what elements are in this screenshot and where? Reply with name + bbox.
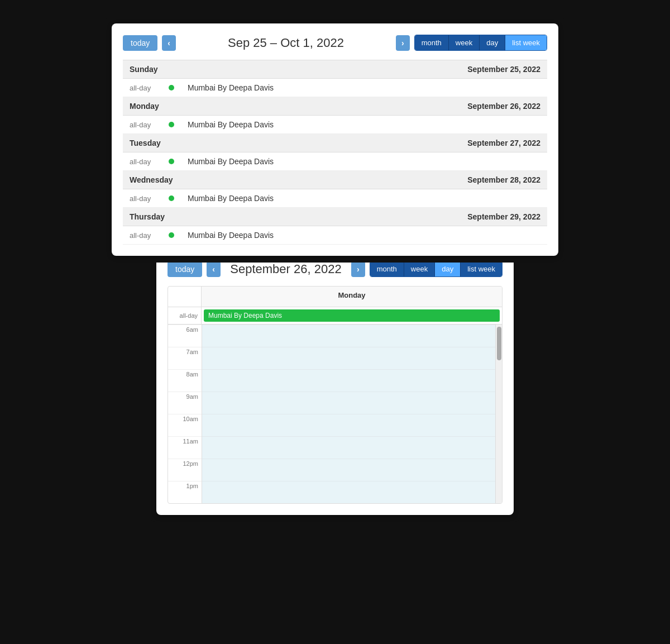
event-time: all-day (123, 116, 162, 134)
allday-label: all-day (168, 307, 202, 324)
scrollbar[interactable] (495, 325, 502, 503)
bottom-next-button[interactable]: › (351, 261, 365, 277)
top-next-button[interactable]: › (396, 35, 410, 51)
time-slot-label: 8am (168, 369, 202, 392)
event-row[interactable]: all-day Mumbai By Deepa Davis (123, 116, 547, 134)
event-color-dot (169, 195, 174, 201)
event-title[interactable]: Mumbai By Deepa Davis (181, 226, 547, 245)
event-color-dot (169, 85, 174, 90)
bottom-date-title: September 26, 2022 (225, 262, 347, 276)
event-title[interactable]: Mumbai By Deepa Davis (181, 116, 547, 134)
day-name: Tuesday (123, 134, 181, 152)
top-today-button[interactable]: today (123, 35, 157, 51)
bottom-prev-button[interactable]: ‹ (207, 261, 221, 277)
bottom-month-btn[interactable]: month (370, 261, 404, 276)
top-toolbar: today ‹ Sep 25 – Oct 1, 2022 › month wee… (123, 35, 547, 51)
top-prev-button[interactable]: ‹ (162, 35, 176, 51)
allday-event-cell[interactable]: Mumbai By Deepa Davis (202, 307, 502, 324)
time-slot-label: 1pm (168, 481, 202, 503)
time-grid: 6am7am8am9am10am11am12pm1pm (168, 325, 502, 503)
bottom-toolbar: today ‹ September 26, 2022 › month week … (168, 261, 502, 277)
time-line (202, 481, 495, 503)
event-dot-cell (162, 189, 181, 208)
event-time: all-day (123, 79, 162, 97)
time-line (202, 414, 495, 436)
day-header-row: Sunday September 25, 2022 (123, 60, 547, 79)
list-table: Sunday September 25, 2022 all-day Mumbai… (123, 60, 547, 245)
top-date-range: Sep 25 – Oct 1, 2022 (180, 36, 391, 50)
event-title[interactable]: Mumbai By Deepa Davis (181, 79, 547, 97)
time-slot-label: 7am (168, 347, 202, 369)
event-row[interactable]: all-day Mumbai By Deepa Davis (123, 189, 547, 208)
day-header-row: Wednesday September 28, 2022 (123, 171, 547, 189)
time-line (202, 347, 495, 369)
event-time: all-day (123, 189, 162, 208)
event-color-dot (169, 232, 174, 238)
time-slot-label: 11am (168, 436, 202, 459)
time-line (202, 436, 495, 459)
event-row[interactable]: all-day Mumbai By Deepa Davis (123, 152, 547, 171)
event-dot-cell (162, 226, 181, 245)
day-view-header: Monday (168, 287, 502, 307)
day-date: September 28, 2022 (181, 171, 547, 189)
time-slots-labels: 6am7am8am9am10am11am12pm1pm (168, 325, 202, 503)
bottom-view-buttons: month week day list week (370, 261, 502, 277)
time-slot-label: 12pm (168, 459, 202, 481)
allday-event-bar[interactable]: Mumbai By Deepa Davis (204, 309, 500, 322)
day-date: September 26, 2022 (181, 97, 547, 116)
day-header-row: Tuesday September 27, 2022 (123, 134, 547, 152)
time-line (202, 369, 495, 392)
event-title[interactable]: Mumbai By Deepa Davis (181, 152, 547, 171)
event-dot-cell (162, 152, 181, 171)
top-listweek-btn[interactable]: list week (505, 35, 547, 50)
day-name: Monday (123, 97, 181, 116)
top-day-btn[interactable]: day (480, 35, 505, 50)
event-time: all-day (123, 152, 162, 171)
event-row[interactable]: all-day Mumbai By Deepa Davis (123, 79, 547, 97)
top-week-btn[interactable]: week (449, 35, 480, 50)
event-color-dot (169, 159, 174, 164)
day-date: September 27, 2022 (181, 134, 547, 152)
top-view-buttons: month week day list week (414, 35, 547, 51)
top-month-btn[interactable]: month (415, 35, 449, 50)
day-name: Sunday (123, 60, 181, 79)
bottom-listweek-btn[interactable]: list week (461, 261, 502, 276)
event-dot-cell (162, 116, 181, 134)
event-title[interactable]: Mumbai By Deepa Davis (181, 189, 547, 208)
time-line (202, 392, 495, 414)
bottom-today-button[interactable]: today (168, 261, 202, 277)
day-column-header: Monday (202, 287, 502, 307)
day-grid-column[interactable] (202, 325, 495, 503)
time-line (202, 325, 495, 347)
allday-row: all-day Mumbai By Deepa Davis (168, 307, 502, 325)
day-header-row: Monday September 26, 2022 (123, 97, 547, 116)
bottom-day-btn[interactable]: day (435, 261, 461, 276)
scrollbar-thumb[interactable] (497, 327, 501, 360)
time-line (202, 459, 495, 481)
event-row[interactable]: all-day Mumbai By Deepa Davis (123, 226, 547, 245)
day-header-row: Thursday September 29, 2022 (123, 208, 547, 226)
day-date: September 29, 2022 (181, 208, 547, 226)
event-time: all-day (123, 226, 162, 245)
event-dot-cell (162, 79, 181, 97)
bottom-week-btn[interactable]: week (404, 261, 435, 276)
day-name: Wednesday (123, 171, 181, 189)
time-slot-label: 9am (168, 392, 202, 414)
day-name: Thursday (123, 208, 181, 226)
event-color-dot (169, 122, 174, 127)
day-date: September 25, 2022 (181, 60, 547, 79)
time-slot-label: 10am (168, 414, 202, 436)
time-slot-label: 6am (168, 325, 202, 347)
